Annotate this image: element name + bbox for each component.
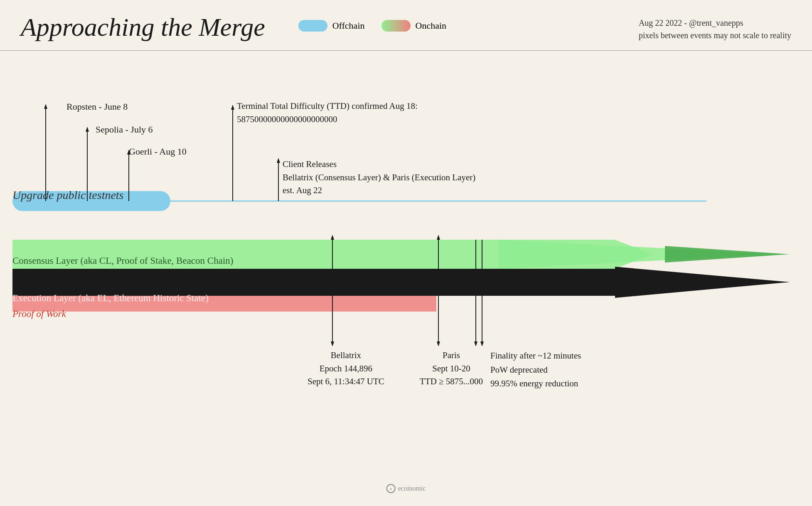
svg-marker-21 bbox=[331, 341, 334, 346]
sepolia-label: Sepolia - July 6 bbox=[96, 123, 153, 136]
consensus-label: Consensus Layer (aka CL, Proof of Stake,… bbox=[12, 254, 233, 268]
legend-offchain: Offchain bbox=[298, 20, 365, 32]
paris-label: Paris Sept 10-20 TTD ≥ 5875...000 bbox=[420, 349, 483, 388]
client-label: Client Releases Bellatrix (Consensus Lay… bbox=[283, 158, 475, 197]
ttd-line1: Terminal Total Difficulty (TTD) confirme… bbox=[237, 100, 418, 113]
bellatrix-line3: Sept 6, 11:34:47 UTC bbox=[308, 375, 384, 388]
svg-marker-27 bbox=[474, 341, 477, 346]
header-note: Aug 22 2022 - @trent_vanepps pixels betw… bbox=[639, 17, 791, 42]
offchain-label: Offchain bbox=[332, 20, 365, 31]
bellatrix-line1: Bellatrix bbox=[308, 349, 384, 362]
paris-line3: TTD ≥ 5875...000 bbox=[420, 375, 483, 388]
finality-line2: PoW deprecated bbox=[490, 363, 581, 377]
onchain-pill bbox=[381, 20, 411, 32]
svg-marker-3 bbox=[44, 104, 47, 109]
logo-icon: e bbox=[386, 484, 396, 493]
client-line1: Client Releases bbox=[283, 158, 475, 171]
legend-onchain: Onchain bbox=[381, 20, 447, 32]
ropsten-label: Ropsten - June 8 bbox=[66, 101, 128, 113]
svg-marker-29 bbox=[480, 341, 484, 346]
pow-label: Proof of Work bbox=[12, 307, 66, 321]
ttd-label: Terminal Total Difficulty (TTD) confirme… bbox=[237, 100, 418, 126]
execution-label: Execution Layer (aka EL, Ethereum Histor… bbox=[12, 292, 209, 305]
header: Approaching the Merge Offchain Onchain A… bbox=[0, 0, 812, 51]
diagram: Ropsten - June 8 Sepolia - July 6 Goerli… bbox=[0, 51, 812, 501]
paris-line2: Sept 10-20 bbox=[420, 362, 483, 376]
main-title: Approaching the Merge bbox=[21, 12, 265, 42]
note-line2: pixels between events may not scale to r… bbox=[639, 29, 791, 42]
offchain-pill bbox=[298, 20, 327, 32]
logo-text: ecoinomic bbox=[398, 485, 426, 492]
svg-marker-5 bbox=[86, 127, 89, 132]
client-line3: est. Aug 22 bbox=[283, 184, 475, 197]
ttd-line2: 58750000000000000000000 bbox=[237, 113, 418, 126]
svg-marker-24 bbox=[437, 341, 440, 346]
goerli-label: Goerli - Aug 10 bbox=[129, 145, 187, 158]
client-line2: Bellatrix (Consensus Layer) & Paris (Exe… bbox=[283, 171, 475, 184]
bellatrix-line2: Epoch 144,896 bbox=[308, 362, 384, 376]
finality-line1: Finality after ~12 minutes bbox=[490, 349, 581, 363]
note-line1: Aug 22 2022 - @trent_vanepps bbox=[639, 17, 791, 29]
logo: e ecoinomic bbox=[386, 484, 426, 493]
svg-marker-22 bbox=[331, 235, 334, 240]
upgrade-label: Upgrade public testnets bbox=[12, 187, 124, 203]
svg-marker-15 bbox=[665, 246, 790, 263]
finality-line3: 99.95% energy reduction bbox=[490, 377, 581, 391]
svg-marker-11 bbox=[277, 158, 280, 163]
paris-line1: Paris bbox=[420, 349, 483, 362]
svg-marker-9 bbox=[231, 105, 234, 110]
logo-symbol: e bbox=[390, 486, 392, 491]
svg-marker-25 bbox=[437, 235, 440, 240]
finality-label: Finality after ~12 minutes PoW deprecate… bbox=[490, 349, 581, 391]
legend: Offchain Onchain bbox=[298, 20, 446, 32]
onchain-label: Onchain bbox=[416, 20, 447, 31]
bellatrix-label: Bellatrix Epoch 144,896 Sept 6, 11:34:47… bbox=[308, 349, 384, 388]
